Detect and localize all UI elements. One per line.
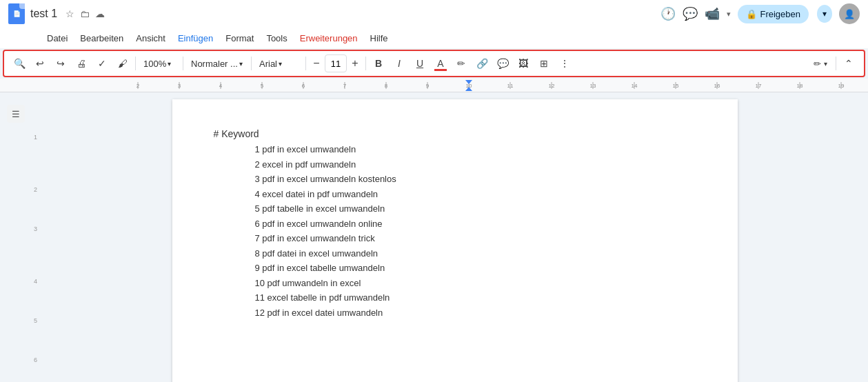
menu-hilfe[interactable]: Hilfe bbox=[365, 30, 394, 46]
edit-mode-dropdown: ▾ bbox=[824, 60, 827, 68]
svg-text:15: 15 bbox=[673, 83, 679, 89]
keyword-list: 1 pdf in excel umwandeln 2 excel in pdf … bbox=[214, 143, 696, 319]
cloud-icon[interactable]: ☁ bbox=[95, 8, 105, 19]
svg-text:9: 9 bbox=[426, 83, 430, 89]
svg-text:5: 5 bbox=[261, 83, 264, 89]
avatar[interactable]: 👤 bbox=[839, 3, 860, 24]
paint-format-button[interactable]: 🖌 bbox=[113, 54, 132, 73]
lock-icon: 🔒 bbox=[746, 9, 757, 19]
font-value: Arial bbox=[259, 59, 277, 69]
image-button[interactable]: 🖼 bbox=[514, 54, 533, 73]
menu-format[interactable]: Format bbox=[220, 30, 259, 46]
svg-text:12: 12 bbox=[549, 83, 555, 89]
table-button[interactable]: ⊞ bbox=[534, 54, 554, 73]
font-selector[interactable]: Arial ▾ bbox=[254, 54, 303, 73]
svg-text:18: 18 bbox=[797, 83, 803, 89]
italic-button[interactable]: I bbox=[390, 54, 409, 73]
divider-right bbox=[836, 57, 836, 70]
menu-bar: Datei Bearbeiten Ansicht Einfügen Format… bbox=[0, 28, 868, 48]
page-container: # Keyword 1 pdf in excel umwandeln 2 exc… bbox=[41, 92, 868, 382]
document-content: # Keyword 1 pdf in excel umwandeln 2 exc… bbox=[214, 127, 696, 319]
share-dropdown-arrow[interactable]: ▾ bbox=[817, 5, 832, 23]
line-num-6: 6 bbox=[34, 353, 37, 366]
divider-5 bbox=[365, 57, 366, 70]
print-button[interactable]: 🖨 bbox=[72, 54, 91, 73]
top-right-actions: 🕐 💬 📹 ▾ 🔒 Freigeben ▾ 👤 bbox=[660, 3, 860, 24]
divider-1 bbox=[135, 57, 136, 70]
undo-button[interactable]: ↩ bbox=[30, 54, 50, 73]
document-area: ☰ 1 2 3 4 5 6 7 # Keyword 1 pdf in excel… bbox=[0, 92, 868, 382]
edit-mode-button[interactable]: ✏ ▾ bbox=[808, 56, 833, 72]
document-heading: # Keyword bbox=[214, 127, 696, 141]
spellcheck-button[interactable]: ✓ bbox=[92, 54, 112, 73]
svg-text:13: 13 bbox=[590, 83, 596, 89]
underline-button[interactable]: U bbox=[410, 54, 430, 73]
paragraph-style-selector[interactable]: Normaler ... ▾ bbox=[186, 54, 248, 73]
list-item: 3 pdf in excel umwandeln kostenlos bbox=[255, 172, 696, 186]
svg-text:17: 17 bbox=[756, 83, 762, 89]
font-dropdown-icon: ▾ bbox=[279, 60, 282, 68]
menu-erweiterungen[interactable]: Erweiterungen bbox=[294, 30, 363, 46]
list-item: 7 pdf in excel umwandeln trick bbox=[255, 232, 696, 245]
comment-icon[interactable]: 💬 bbox=[683, 6, 698, 21]
document-title[interactable]: test 1 bbox=[30, 8, 57, 20]
divider-3 bbox=[251, 57, 252, 70]
divider-4 bbox=[305, 57, 306, 70]
list-item: 2 excel in pdf umwandeln bbox=[255, 158, 696, 172]
svg-text:7: 7 bbox=[343, 83, 347, 89]
zoom-value: 100% bbox=[143, 59, 166, 69]
more-button[interactable]: ⋮ bbox=[555, 54, 574, 73]
meet-icon[interactable]: 📹 bbox=[705, 6, 720, 21]
comment-insert-button[interactable]: 💬 bbox=[493, 54, 512, 73]
bold-button[interactable]: B bbox=[369, 54, 388, 73]
svg-text:3: 3 bbox=[178, 83, 181, 89]
pencil-icon: ✏ bbox=[814, 59, 821, 69]
line-num-4: 4 bbox=[34, 274, 37, 288]
search-button[interactable]: 🔍 bbox=[10, 54, 29, 73]
paragraph-dropdown-icon: ▾ bbox=[239, 60, 243, 68]
menu-ansicht[interactable]: Ansicht bbox=[130, 30, 171, 46]
menu-datei[interactable]: Datei bbox=[41, 30, 73, 46]
text-color-button[interactable]: A bbox=[431, 54, 450, 73]
collapse-toolbar-button[interactable]: ⌃ bbox=[839, 54, 858, 73]
redo-button[interactable]: ↪ bbox=[51, 54, 70, 73]
svg-text:4: 4 bbox=[219, 83, 223, 89]
line-num-5: 5 bbox=[34, 314, 37, 327]
font-size-increase-button[interactable]: + bbox=[347, 54, 363, 72]
outline-icon-glyph: ☰ bbox=[12, 109, 20, 119]
text-color-A-icon: A bbox=[437, 58, 443, 69]
list-item: 12 pdf in excel datei umwandeln bbox=[255, 306, 696, 320]
outline-toggle-button[interactable]: ☰ bbox=[7, 105, 25, 123]
share-button[interactable]: 🔒 Freigeben bbox=[738, 5, 809, 23]
menu-tools[interactable]: Tools bbox=[261, 30, 292, 46]
star-icon[interactable]: ☆ bbox=[65, 8, 74, 19]
list-item: 1 pdf in excel umwandeln bbox=[255, 143, 696, 157]
svg-text:11: 11 bbox=[507, 83, 514, 89]
link-button[interactable]: 🔗 bbox=[472, 54, 492, 73]
list-item: 6 pdf in excel umwandeln online bbox=[255, 217, 696, 231]
list-item: 4 excel datei in pdf umwandeln bbox=[255, 188, 696, 201]
google-docs-icon: 📄 bbox=[8, 3, 25, 24]
toolbar: 🔍 ↩ ↪ 🖨 ✓ 🖌 100% ▾ Normaler ... ▾ Arial … bbox=[3, 50, 865, 77]
menu-einfuegen[interactable]: Einfügen bbox=[172, 30, 219, 46]
highlight-button[interactable]: ✏ bbox=[452, 54, 471, 73]
line-num-2: 2 bbox=[34, 183, 37, 196]
svg-text:2: 2 bbox=[137, 83, 140, 89]
svg-text:14: 14 bbox=[632, 83, 638, 89]
paragraph-style-value: Normaler ... bbox=[191, 59, 238, 69]
history-icon[interactable]: 🕐 bbox=[660, 6, 676, 21]
svg-text:8: 8 bbox=[385, 83, 388, 89]
svg-text:19: 19 bbox=[838, 83, 845, 89]
font-size-input[interactable] bbox=[325, 54, 347, 72]
document-page[interactable]: # Keyword 1 pdf in excel umwandeln 2 exc… bbox=[172, 99, 738, 382]
line-num-1: 1 bbox=[34, 130, 37, 143]
font-size-decrease-button[interactable]: − bbox=[309, 54, 324, 72]
share-label: Freigeben bbox=[760, 9, 800, 19]
folder-icon[interactable]: 🗀 bbox=[80, 8, 90, 19]
toolbar-right-actions: ✏ ▾ ⌃ bbox=[808, 54, 858, 73]
line-num-3: 3 bbox=[34, 222, 37, 235]
menu-bearbeiten[interactable]: Bearbeiten bbox=[74, 30, 129, 46]
list-item: 5 pdf tabelle in excel umwandeln bbox=[255, 202, 696, 216]
zoom-selector[interactable]: 100% ▾ bbox=[139, 54, 180, 73]
font-size-controls: − + bbox=[309, 54, 363, 72]
